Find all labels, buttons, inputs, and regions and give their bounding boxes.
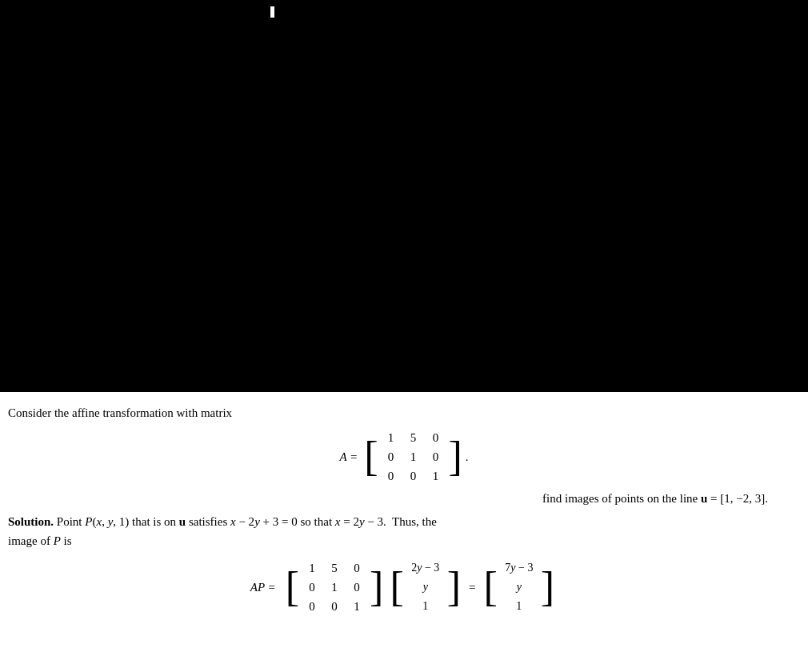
- matrix-a-label: A =: [339, 450, 358, 464]
- vr-cell-0: 7y − 3: [505, 562, 533, 574]
- cell-1-2: 0: [433, 450, 439, 464]
- matrix-a-wrapper: [ 1 5 0 0 1 0 0 0 1 ]: [364, 428, 462, 486]
- ap-cell-1-0: 0: [309, 581, 315, 594]
- bracket-right-vp: ]: [447, 566, 461, 608]
- vector-result-wrapper: [ 7y − 3 y 1 ]: [484, 558, 555, 616]
- cell-2-1: 0: [410, 470, 417, 483]
- bracket-left-vr: [: [484, 566, 498, 608]
- ap-cell-0-0: 1: [309, 562, 315, 575]
- ap-equation: AP = [ 1 5 0 0 1 0 0 0 1 ] [ 2y − 3 y: [8, 558, 800, 616]
- cell-0-2: 0: [433, 431, 439, 445]
- intro-text: Consider the affine transformation with …: [8, 406, 800, 420]
- solution-text-2: image of P is: [8, 534, 72, 547]
- black-background-area: [0, 0, 808, 392]
- cell-0-0: 1: [388, 431, 394, 445]
- ap-cell-2-0: 0: [309, 600, 315, 614]
- cell-2-0: 0: [388, 470, 394, 483]
- ap-cell-1-2: 0: [354, 581, 360, 594]
- solution-block: Solution. Point P(x, y, 1) that is on u …: [8, 512, 800, 550]
- vp-cell-1: y: [423, 581, 428, 594]
- matrix-a-grid: 1 5 0 0 1 0 0 0 1: [380, 428, 447, 486]
- cursor-indicator: [270, 6, 274, 18]
- find-line: find images of points on the line u = [1…: [8, 492, 768, 506]
- matrix-ap-wrapper: [ 1 5 0 0 1 0 0 0 1 ]: [286, 558, 384, 616]
- bracket-left-vp: [: [390, 566, 403, 608]
- period: .: [466, 450, 469, 464]
- vector-p-wrapper: [ 2y − 3 y 1 ]: [390, 558, 461, 616]
- solution-label: Solution.: [8, 515, 54, 528]
- vp-cell-0: 2y − 3: [411, 562, 439, 574]
- solution-text: Point P(x, y, 1) that is on u satisfies …: [57, 515, 437, 528]
- bracket-right-ap: ]: [370, 566, 383, 608]
- matrix-a-equation: A = [ 1 5 0 0 1 0 0 0 1 ] .: [8, 428, 800, 486]
- bracket-left-ap: [: [286, 566, 299, 608]
- cell-2-2: 1: [433, 470, 439, 483]
- bracket-right-vr: ]: [541, 566, 554, 608]
- matrix-ap-grid: 1 5 0 0 1 0 0 0 1: [301, 558, 368, 616]
- ap-label: AP =: [250, 581, 276, 594]
- ap-cell-0-2: 0: [354, 562, 360, 575]
- vr-cell-2: 1: [516, 600, 522, 613]
- cell-1-1: 1: [410, 450, 417, 464]
- vp-cell-2: 1: [422, 600, 428, 613]
- vr-cell-1: y: [517, 581, 522, 594]
- main-content: Consider the affine transformation with …: [0, 392, 808, 635]
- bracket-right-a: ]: [449, 436, 462, 478]
- ap-cell-2-1: 0: [331, 600, 338, 614]
- ap-cell-1-1: 1: [331, 581, 338, 594]
- cell-0-1: 5: [410, 431, 417, 445]
- bracket-left-a: [: [364, 436, 378, 478]
- ap-cell-2-2: 1: [354, 600, 360, 614]
- ap-cell-0-1: 5: [331, 562, 338, 575]
- equals-sign: =: [469, 581, 475, 594]
- cell-1-0: 0: [388, 450, 394, 464]
- vector-p-grid: 2y − 3 y 1: [406, 558, 446, 616]
- vector-result-grid: 7y − 3 y 1: [499, 558, 539, 616]
